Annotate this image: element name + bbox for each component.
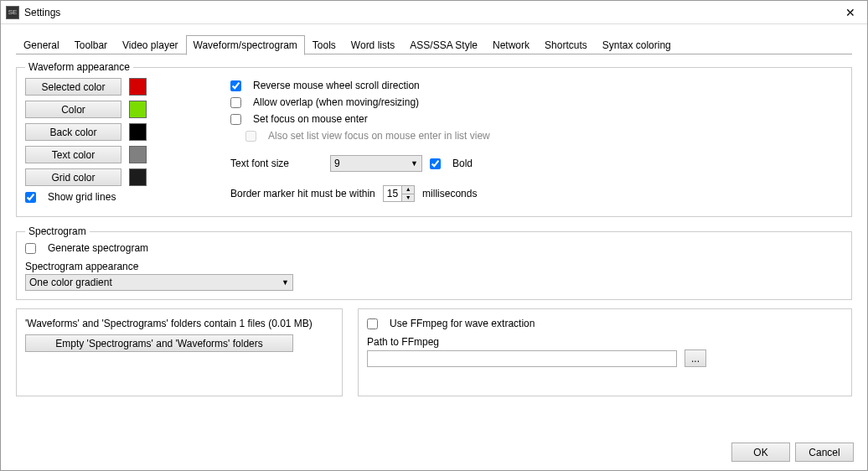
tab-waveform-spectrogram[interactable]: Waveform/spectrogram xyxy=(186,35,305,55)
waveform-options-column: Reverse mouse wheel scroll direction All… xyxy=(230,78,490,208)
tab-video-player[interactable]: Video player xyxy=(115,35,186,55)
also-set-listview-label: Also set list view focus on mouse enter … xyxy=(268,130,490,142)
font-size-value: 9 xyxy=(334,158,340,169)
spinner-up-icon[interactable]: ▲ xyxy=(402,186,414,194)
show-grid-lines-input[interactable] xyxy=(25,192,36,203)
use-ffmpeg-input[interactable] xyxy=(367,318,378,329)
tab-network[interactable]: Network xyxy=(485,35,537,55)
tab-syntax-coloring[interactable]: Syntax coloring xyxy=(595,35,679,55)
tabstrip: General Toolbar Video player Waveform/sp… xyxy=(1,24,867,54)
set-focus-input[interactable] xyxy=(230,114,241,125)
app-icon: SE xyxy=(6,6,19,19)
ffmpeg-path-input[interactable] xyxy=(367,350,677,367)
also-set-listview-checkbox: Also set list view focus on mouse enter … xyxy=(245,130,490,142)
ffmpeg-path-label: Path to FFmpeg xyxy=(367,336,843,348)
generate-spectrogram-input[interactable] xyxy=(25,243,36,254)
close-button[interactable]: ✕ xyxy=(834,6,867,19)
bold-checkbox[interactable]: Bold xyxy=(430,158,473,169)
titlebar: SE Settings ✕ xyxy=(1,1,867,24)
font-size-select[interactable]: 9 ▼ xyxy=(330,155,422,172)
tab-content: Waveform appearance Selected color Color… xyxy=(1,54,867,405)
use-ffmpeg-checkbox[interactable]: Use FFmpeg for wave extraction xyxy=(367,318,843,329)
reverse-wheel-checkbox[interactable]: Reverse mouse wheel scroll direction xyxy=(230,80,490,91)
color-buttons-column: Selected color Color Back color Text col… xyxy=(25,78,147,208)
cancel-button[interactable]: Cancel xyxy=(795,443,854,462)
empty-folders-button[interactable]: Empty 'Spectrograms' and 'Waveforms' fol… xyxy=(25,334,293,352)
legend-waveform-appearance: Waveform appearance xyxy=(25,61,133,73)
generate-spectrogram-checkbox[interactable]: Generate spectrogram xyxy=(25,242,843,254)
back-color-swatch[interactable] xyxy=(129,123,147,141)
bottom-panels: 'Waveforms' and 'Spectrograms' folders c… xyxy=(16,308,852,396)
settings-window: SE Settings ✕ General Toolbar Video play… xyxy=(0,0,868,471)
text-color-button[interactable]: Text color xyxy=(25,146,121,163)
group-waveform-appearance: Waveform appearance Selected color Color… xyxy=(16,61,852,217)
grid-color-button[interactable]: Grid color xyxy=(25,168,121,186)
border-marker-label-post: milliseconds xyxy=(422,188,477,199)
back-color-button[interactable]: Back color xyxy=(25,123,121,141)
color-swatch[interactable] xyxy=(129,101,147,118)
bold-label: Bold xyxy=(452,158,473,169)
tab-toolbar[interactable]: Toolbar xyxy=(67,35,115,55)
reverse-wheel-label: Reverse mouse wheel scroll direction xyxy=(253,80,420,91)
tab-word-lists[interactable]: Word lists xyxy=(344,35,402,55)
border-marker-value: 15 xyxy=(384,186,401,201)
set-focus-label: Set focus on mouse enter xyxy=(253,113,368,125)
group-spectrogram: Spectrogram Generate spectrogram Spectro… xyxy=(16,225,852,300)
generate-spectrogram-label: Generate spectrogram xyxy=(48,242,148,254)
folders-panel: 'Waveforms' and 'Spectrograms' folders c… xyxy=(16,308,343,396)
ffmpeg-panel: Use FFmpeg for wave extraction Path to F… xyxy=(358,308,852,396)
tab-ass-ssa-style[interactable]: ASS/SSA Style xyxy=(402,35,485,55)
border-marker-spinner[interactable]: 15 ▲ ▼ xyxy=(383,185,415,202)
tab-shortcuts[interactable]: Shortcuts xyxy=(537,35,595,55)
border-marker-label-pre: Border marker hit must be within xyxy=(230,188,375,199)
spectrogram-appearance-label: Spectrogram appearance xyxy=(25,261,843,272)
spectrogram-appearance-value: One color gradient xyxy=(29,277,112,288)
window-title: Settings xyxy=(24,7,834,18)
selected-color-swatch[interactable] xyxy=(129,78,147,96)
spectrogram-appearance-select[interactable]: One color gradient ▼ xyxy=(25,274,293,291)
bold-input[interactable] xyxy=(430,158,441,169)
ffmpeg-browse-button[interactable]: ... xyxy=(685,349,706,367)
text-color-swatch[interactable] xyxy=(129,146,147,163)
use-ffmpeg-label: Use FFmpeg for wave extraction xyxy=(390,318,535,329)
allow-overlap-label: Allow overlap (when moving/resizing) xyxy=(253,96,419,108)
spinner-down-icon[interactable]: ▼ xyxy=(402,194,414,202)
allow-overlap-checkbox[interactable]: Allow overlap (when moving/resizing) xyxy=(230,96,490,108)
font-size-label: Text font size xyxy=(230,158,323,169)
show-grid-lines-checkbox[interactable]: Show grid lines xyxy=(25,191,147,203)
tab-general[interactable]: General xyxy=(16,35,67,55)
tab-tools[interactable]: Tools xyxy=(305,35,344,55)
legend-spectrogram: Spectrogram xyxy=(25,225,90,237)
reverse-wheel-input[interactable] xyxy=(230,80,241,91)
folders-info-text: 'Waveforms' and 'Spectrograms' folders c… xyxy=(25,318,333,329)
ok-button[interactable]: OK xyxy=(731,443,790,462)
set-focus-checkbox[interactable]: Set focus on mouse enter xyxy=(230,113,490,125)
chevron-down-icon: ▼ xyxy=(282,278,289,287)
grid-color-swatch[interactable] xyxy=(129,168,147,186)
color-button[interactable]: Color xyxy=(25,101,121,118)
chevron-down-icon: ▼ xyxy=(411,159,418,168)
allow-overlap-input[interactable] xyxy=(230,97,241,108)
dialog-footer: OK Cancel xyxy=(731,443,854,462)
show-grid-lines-label: Show grid lines xyxy=(48,191,116,203)
also-set-listview-input xyxy=(245,131,256,142)
selected-color-button[interactable]: Selected color xyxy=(25,78,121,96)
